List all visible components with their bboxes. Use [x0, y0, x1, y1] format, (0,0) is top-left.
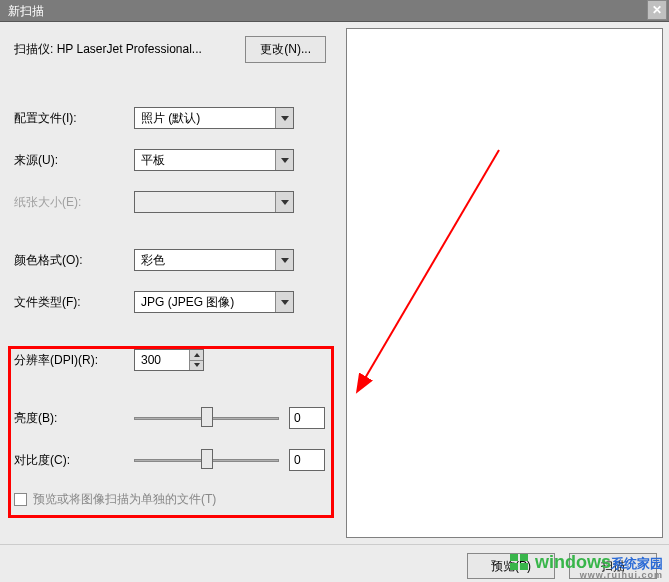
contrast-slider[interactable] [134, 449, 279, 471]
close-button[interactable]: ✕ [647, 0, 667, 20]
resolution-spinner[interactable]: 300 [134, 349, 204, 371]
chevron-down-icon [275, 250, 293, 270]
brightness-label: 亮度(B): [14, 410, 134, 427]
profile-value: 照片 (默认) [141, 110, 200, 127]
chevron-down-icon [275, 108, 293, 128]
contrast-value[interactable]: 0 [289, 449, 325, 471]
slider-thumb[interactable] [201, 449, 213, 469]
source-select[interactable]: 平板 [134, 149, 294, 171]
slider-thumb[interactable] [201, 407, 213, 427]
brightness-slider[interactable] [134, 407, 279, 429]
window-titlebar: 新扫描 ✕ [0, 0, 669, 22]
filetype-select[interactable]: JPG (JPEG 图像) [134, 291, 294, 313]
source-value: 平板 [141, 152, 165, 169]
chevron-down-icon [275, 150, 293, 170]
preview-button[interactable]: 预览(P) [467, 553, 555, 579]
filetype-value: JPG (JPEG 图像) [141, 294, 234, 311]
close-icon: ✕ [652, 3, 662, 17]
spinner-down-icon[interactable] [189, 361, 203, 371]
colorformat-label: 颜色格式(O): [14, 252, 134, 269]
chevron-down-icon [275, 292, 293, 312]
colorformat-value: 彩色 [141, 252, 165, 269]
profile-select[interactable]: 照片 (默认) [134, 107, 294, 129]
colorformat-select[interactable]: 彩色 [134, 249, 294, 271]
change-scanner-button[interactable]: 更改(N)... [245, 36, 326, 63]
resolution-value: 300 [141, 353, 161, 367]
profile-label: 配置文件(I): [14, 110, 134, 127]
filetype-label: 文件类型(F): [14, 294, 134, 311]
settings-panel: 扫描仪: HP LaserJet Professional... 更改(N)..… [0, 22, 340, 544]
contrast-label: 对比度(C): [14, 452, 134, 469]
preview-separate-checkbox[interactable] [14, 493, 27, 506]
scan-button[interactable]: 扫描 [569, 553, 657, 579]
window-title: 新扫描 [8, 4, 44, 18]
chevron-down-icon [275, 192, 293, 212]
papersize-label: 纸张大小(E): [14, 194, 134, 211]
scanner-name: HP LaserJet Professional... [57, 42, 202, 56]
spinner-up-icon[interactable] [189, 350, 203, 361]
scanner-label: 扫描仪: HP LaserJet Professional... [14, 41, 245, 58]
papersize-select [134, 191, 294, 213]
source-label: 来源(U): [14, 152, 134, 169]
resolution-label: 分辨率(DPI)(R): [14, 352, 134, 369]
preview-separate-label: 预览或将图像扫描为单独的文件(T) [33, 491, 216, 508]
scan-preview-area [346, 28, 663, 538]
brightness-value[interactable]: 0 [289, 407, 325, 429]
dialog-button-bar: 预览(P) 扫描 [0, 544, 669, 582]
